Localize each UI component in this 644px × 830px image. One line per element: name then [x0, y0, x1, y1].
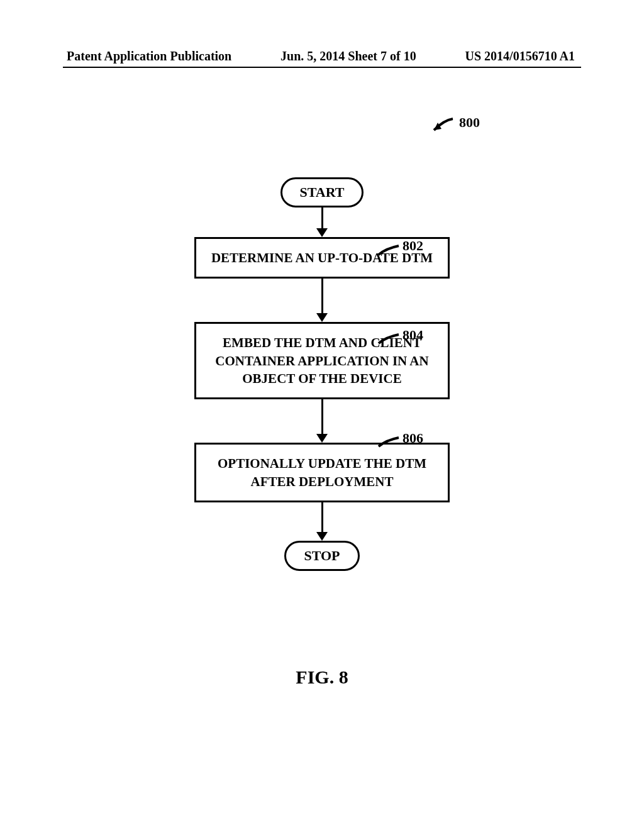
flowchart: START DETERMINE AN UP-TO-DATE DTM EMBED …	[0, 177, 644, 571]
ref-label-806: 806	[402, 430, 423, 446]
ref-hook-icon	[377, 243, 404, 263]
header-divider	[63, 67, 581, 68]
ref-hook-icon	[377, 332, 404, 352]
arrow-icon	[316, 279, 328, 322]
arrow-icon	[316, 208, 328, 237]
ref-hook-icon	[377, 435, 404, 455]
header-left: Patent Application Publication	[67, 49, 231, 64]
figure-ref-number: 800	[459, 114, 480, 131]
arrow-icon	[316, 399, 328, 443]
figure-label: FIG. 8	[0, 667, 644, 688]
step-806: OPTIONALLY UPDATE THE DTM AFTER DEPLOYME…	[194, 443, 450, 502]
header-center: Jun. 5, 2014 Sheet 7 of 10	[280, 49, 416, 64]
arrow-icon	[316, 502, 328, 541]
page-header: Patent Application Publication Jun. 5, 2…	[0, 49, 644, 64]
terminator-stop: STOP	[284, 541, 359, 571]
patent-page: Patent Application Publication Jun. 5, 2…	[0, 0, 644, 830]
figure-ref-arrow	[425, 116, 457, 139]
header-right: US 2014/0156710 A1	[465, 49, 575, 64]
terminator-start: START	[280, 177, 364, 208]
ref-label-802: 802	[402, 238, 423, 254]
ref-label-804: 804	[402, 327, 423, 343]
